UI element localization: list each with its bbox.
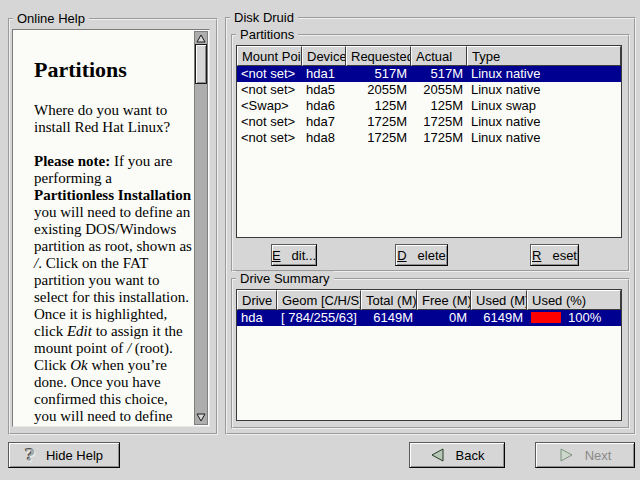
table-body: hda[ 784/255/63]6149M0M6149M100% [237, 310, 621, 420]
cell: 2055M [411, 82, 467, 98]
next-label: Next [585, 448, 612, 463]
arrow-down-icon [196, 413, 206, 422]
table-header-row: DriveGeom [C/H/S]Total (M)Free (M)Used (… [237, 290, 621, 310]
cell: Linux native [467, 66, 621, 82]
question-mark-icon: ? [25, 447, 35, 464]
cell: <not set> [237, 130, 302, 146]
column-header[interactable]: Drive [237, 290, 277, 310]
cell: 6149M [361, 310, 417, 326]
cell: hda [237, 310, 277, 326]
disk-druid-frame-label: Disk Druid [230, 10, 298, 25]
cell: hda1 [302, 66, 346, 82]
cell: hda5 [302, 82, 346, 98]
help-paragraph: Where do you want to install Red Hat Lin… [34, 102, 192, 136]
cell: Linux native [467, 82, 621, 98]
cell: <Swap> [237, 98, 302, 114]
cell: 6149M [471, 310, 527, 326]
cell: Linux native [467, 114, 621, 130]
cell: hda6 [302, 98, 346, 114]
hide-help-button[interactable]: ? Hide Help [8, 442, 120, 468]
scroll-down-button[interactable] [195, 411, 207, 424]
cell: <not set> [237, 114, 302, 130]
help-scrollbar[interactable] [194, 31, 208, 425]
table-row[interactable]: <not set>hda81725M1725MLinux native [237, 130, 621, 146]
table-body: <not set>hda1517M517MLinux native<not se… [237, 66, 621, 237]
table-row[interactable]: hda[ 784/255/63]6149M0M6149M100% [237, 310, 621, 326]
column-header[interactable]: Type [467, 46, 621, 66]
table-header-row: Mount PointDeviceRequestedActualType [237, 46, 621, 66]
column-header[interactable]: Total (M) [361, 290, 417, 310]
table-row[interactable]: <not set>hda52055M2055MLinux native [237, 82, 621, 98]
cell: hda7 [302, 114, 346, 130]
hide-help-label: Hide Help [46, 448, 103, 463]
cell: 1725M [346, 114, 411, 130]
cell: 1725M [411, 114, 467, 130]
cell: 517M [411, 66, 467, 82]
scrollbar-thumb[interactable] [195, 44, 207, 84]
next-button[interactable]: Next [535, 442, 635, 468]
arrow-left-icon [430, 448, 445, 462]
column-header[interactable]: Mount Point [237, 46, 302, 66]
edit-button[interactable]: Edit... [271, 244, 317, 266]
cell: 125M [411, 98, 467, 114]
table-row[interactable]: <Swap>hda6125M125MLinux swap [237, 98, 621, 114]
drive-summary-table: DriveGeom [C/H/S]Total (M)Free (M)Used (… [236, 289, 622, 421]
cell: 1725M [411, 130, 467, 146]
arrow-right-icon [559, 448, 574, 462]
column-header[interactable]: Requested [346, 46, 411, 66]
column-header[interactable]: Geom [C/H/S] [277, 290, 361, 310]
column-header[interactable]: Free (M) [417, 290, 471, 310]
drive-summary-frame-label: Drive Summary [236, 271, 334, 286]
cell: 2055M [346, 82, 411, 98]
column-header[interactable]: Device [302, 46, 346, 66]
help-text: Partitions Where do you want to install … [13, 30, 194, 426]
back-label: Back [456, 448, 485, 463]
cell: 125M [346, 98, 411, 114]
online-help-frame-label: Online Help [13, 11, 89, 26]
cell: [ 784/255/63] [277, 310, 361, 326]
cell: Linux native [467, 130, 621, 146]
column-header[interactable]: Used (%) [527, 290, 621, 310]
delete-button[interactable]: Delete [395, 244, 448, 266]
installer-window: { "colors": { "selection": "#000090", "u… [0, 0, 640, 480]
cell: <not set> [237, 82, 302, 98]
help-viewport: Partitions Where do you want to install … [12, 29, 210, 427]
cell: 1725M [346, 130, 411, 146]
cell: 517M [346, 66, 411, 82]
back-button[interactable]: Back [409, 442, 505, 468]
column-header[interactable]: Used (M) [471, 290, 527, 310]
cell: Linux swap [467, 98, 621, 114]
arrow-up-icon [196, 34, 206, 43]
partitions-table: Mount PointDeviceRequestedActualType<not… [236, 45, 622, 238]
cell: 100% [527, 310, 621, 326]
help-paragraph: Please note: If you are performing a Par… [34, 153, 192, 426]
used-percent-bar [531, 312, 561, 323]
reset-button[interactable]: Reset [530, 244, 579, 266]
table-row[interactable]: <not set>hda71725M1725MLinux native [237, 114, 621, 130]
table-row[interactable]: <not set>hda1517M517MLinux native [237, 66, 621, 82]
cell: 0M [417, 310, 471, 326]
partitions-frame-label: Partitions [236, 27, 298, 42]
column-header[interactable]: Actual [411, 46, 467, 66]
help-heading: Partitions [34, 58, 192, 82]
cell: <not set> [237, 66, 302, 82]
cell: hda8 [302, 130, 346, 146]
